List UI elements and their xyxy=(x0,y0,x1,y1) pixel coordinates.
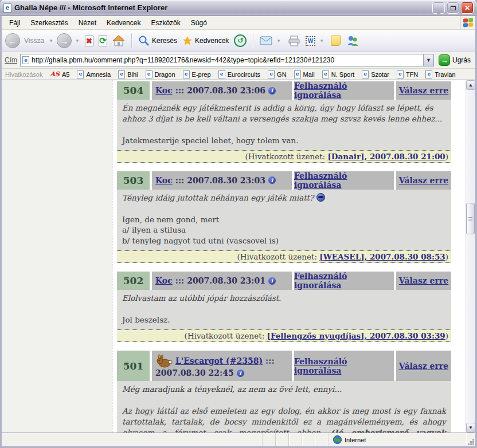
scroll-down-icon[interactable]: ▼ xyxy=(466,423,475,433)
history-icon: ↺ xyxy=(234,34,247,47)
mail-button[interactable]: ▼ xyxy=(258,35,284,46)
post-header: 504 Koc ::: 2007.08.30 23:06 i Felhaszná… xyxy=(117,81,451,100)
link-page-icon xyxy=(268,70,275,78)
menu-edit[interactable]: Szerkesztés xyxy=(25,17,73,29)
info-icon[interactable]: i xyxy=(268,277,276,285)
post-number: 503 xyxy=(117,171,150,190)
link-eurocircuits[interactable]: Eurocircuits xyxy=(218,70,260,78)
forum-posts-frame: 504 Koc ::: 2007.08.30 23:06 i Felhaszná… xyxy=(112,80,466,433)
window-title: Ghalla Népe /// - Microsoft Internet Exp… xyxy=(14,3,429,12)
discuss-button[interactable] xyxy=(329,34,343,47)
vertical-scrollbar[interactable]: ▲ ▼ xyxy=(466,80,475,433)
refresh-button[interactable]: ⟳ xyxy=(97,34,109,48)
forward-dropdown-icon[interactable]: ▼ xyxy=(75,38,80,44)
menu-favorites[interactable]: Kedvencek xyxy=(101,17,146,29)
search-icon xyxy=(138,35,150,46)
ignore-user-link[interactable]: Felhasználó ignorálása xyxy=(294,171,394,190)
address-dropdown-icon[interactable]: ▼ xyxy=(423,54,433,66)
link-gn[interactable]: GN xyxy=(268,70,287,78)
ref-close: ) xyxy=(445,152,448,161)
minimize-button[interactable]: _ xyxy=(432,2,445,14)
links-bar: Hivatkozások ASA5 Amnesia Bihi Dragon E-… xyxy=(2,69,475,80)
scrollbar-track[interactable] xyxy=(466,90,475,423)
ref-prefix: (Hivatkozott üzenet: xyxy=(185,331,267,340)
link-eprep[interactable]: E-prep xyxy=(183,70,211,78)
info-icon[interactable]: i xyxy=(268,87,276,95)
menu-file[interactable]: Fájl xyxy=(4,17,25,29)
link-page-icon xyxy=(218,70,225,78)
ignore-user-link[interactable]: Felhasználó ignorálása xyxy=(294,272,394,290)
post-date: 2007.08.30 22:45 xyxy=(155,368,234,378)
close-button[interactable]: ✕ xyxy=(461,2,474,14)
go-button[interactable]: → Ugrás xyxy=(437,54,472,66)
forward-icon[interactable]: → xyxy=(57,33,72,48)
link-nsport[interactable]: N. Sport xyxy=(322,70,354,78)
ignore-user-link[interactable]: Felhasználó ignorálása xyxy=(294,81,394,100)
author-link[interactable]: Koc xyxy=(155,276,173,285)
address-field[interactable]: ▼ xyxy=(20,54,434,66)
referenced-message-link[interactable]: [WEASEL], 2007.08.30 08:53 xyxy=(319,252,445,261)
edit-button[interactable]: W ▼ xyxy=(304,35,327,47)
menu-help[interactable]: Súgó xyxy=(186,17,212,29)
back-label[interactable]: Vissza xyxy=(24,37,44,45)
reply-link[interactable]: Válasz erre xyxy=(399,361,448,371)
post-number: 502 xyxy=(117,272,150,290)
scroll-up-icon[interactable]: ▲ xyxy=(466,80,475,90)
favorites-button[interactable]: ★ Kedvencek xyxy=(181,34,230,48)
post-date: 2007.08.30 23:03 xyxy=(187,176,265,185)
browser-window: Ghalla Népe /// - Microsoft Internet Exp… xyxy=(0,0,477,448)
link-bihi[interactable]: Bihi xyxy=(118,70,138,78)
reply-link[interactable]: Válasz erre xyxy=(399,276,448,285)
left-frame xyxy=(2,80,112,433)
link-travian[interactable]: Travian xyxy=(425,70,455,78)
post-number: 504 xyxy=(117,81,150,100)
post-body: Még maradjunk a tényeknél, az nem az övé… xyxy=(117,381,451,433)
history-button[interactable]: ↺ xyxy=(232,33,248,48)
ignore-user-link[interactable]: Felhasználó ignorálása xyxy=(294,357,394,375)
link-tfn[interactable]: TFN xyxy=(397,70,418,78)
info-icon[interactable]: i xyxy=(237,370,244,377)
reply-link[interactable]: Válasz erre xyxy=(399,86,448,95)
messenger-button[interactable] xyxy=(345,34,361,48)
home-button[interactable] xyxy=(111,34,127,48)
print-button[interactable] xyxy=(286,34,302,48)
reply-link[interactable]: Válasz erre xyxy=(399,176,448,185)
post-paragraph: Az hogy láttál az első emeleten az egy d… xyxy=(122,406,446,433)
referenced-message-link[interactable]: [Fellengzős nyugdíjas], 2007.08.30 03:39 xyxy=(267,331,445,340)
author-link[interactable]: Koc xyxy=(155,176,173,185)
menu-bar: Fájl Szerkesztés Nézet Kedvencek Eszközö… xyxy=(2,16,475,30)
back-icon[interactable]: ← xyxy=(5,33,20,48)
link-page-icon xyxy=(362,70,369,78)
author-link[interactable]: L'Escargot (#2358) xyxy=(175,356,263,366)
referenced-message-row: (Hivatkozott üzenet: [Danair], 2007.08.3… xyxy=(117,150,451,163)
menu-view[interactable]: Nézet xyxy=(73,17,101,29)
author-link[interactable]: Koc xyxy=(155,86,173,95)
link-amnesia[interactable]: Amnesia xyxy=(77,70,111,78)
address-input[interactable] xyxy=(32,56,421,64)
maximize-button[interactable] xyxy=(447,2,459,14)
resize-grip[interactable] xyxy=(466,433,475,446)
search-button[interactable]: Keresés xyxy=(136,34,179,48)
post-504: 504 Koc ::: 2007.08.30 23:06 i Felhaszná… xyxy=(117,81,451,163)
info-icon[interactable]: i xyxy=(268,176,276,184)
mail-dropdown-icon[interactable]: ▼ xyxy=(276,38,281,44)
favorites-label: Kedvencek xyxy=(195,37,229,45)
edit-dropdown-icon[interactable]: ▼ xyxy=(319,38,324,44)
link-mail[interactable]: Mail xyxy=(294,70,315,78)
status-bar: Internet xyxy=(2,433,475,446)
menu-tools[interactable]: Eszközök xyxy=(146,17,185,29)
quoted-text: Elolvastam az utóbbi jópár hozzászólást. xyxy=(122,293,446,304)
link-szotar[interactable]: Szotar xyxy=(362,70,389,78)
back-dropdown-icon[interactable]: ▼ xyxy=(49,38,53,44)
scrollbar-thumb[interactable] xyxy=(466,203,475,234)
link-a5[interactable]: ASA5 xyxy=(50,70,69,78)
quoted-text: Még maradjunk a tényeknél, az nem az övé… xyxy=(122,384,446,395)
post-503: 503 Koc ::: 2007.08.30 23:03 i Felhaszná… xyxy=(117,171,451,264)
referenced-message-link[interactable]: [Danair], 2007.08.30 21:00 xyxy=(327,152,445,161)
ref-close: ) xyxy=(445,331,448,340)
link-dragon[interactable]: Dragon xyxy=(146,70,175,78)
stop-button[interactable]: ✖ xyxy=(83,34,95,48)
title-bar[interactable]: Ghalla Népe /// - Microsoft Internet Exp… xyxy=(0,0,477,16)
standard-toolbar: ← Vissza ▼ → ▼ ✖ ⟳ Keresés ★ Kedvencek ↺ xyxy=(2,30,475,52)
go-label: Ugrás xyxy=(452,56,471,64)
